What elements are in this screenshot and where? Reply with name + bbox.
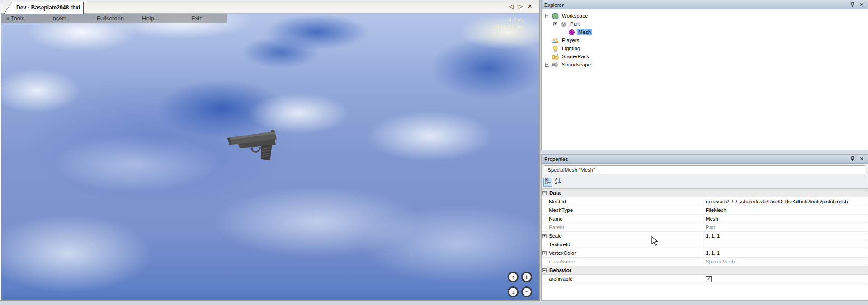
property-row-classname: classNameSpecialMesh [542, 258, 868, 266]
section-label: Data [549, 190, 561, 196]
fps-overlay: 0 fps 2009.91 ms [493, 16, 523, 31]
tab-title: Dev - Baseplate2048.rbxl [16, 5, 80, 11]
properties-title: Properties [544, 156, 568, 162]
zoom-out-icon: − [525, 289, 528, 295]
expand-plus-icon[interactable]: + [545, 14, 549, 18]
tree-item-players[interactable]: Players [542, 36, 868, 44]
fps-value: 0 fps [493, 16, 523, 23]
properties-header: Properties ✕ [542, 155, 868, 164]
menu-item-xtools[interactable]: x Tools [6, 15, 24, 22]
dock-area: Explorer ✕ +Workspace+PartMeshPlayersLig… [541, 0, 868, 301]
selected-object-box[interactable]: SpecialMesh "Mesh" [544, 165, 865, 174]
tree-item-label: StarterPack [561, 53, 590, 60]
tree-item-label: Mesh [577, 29, 592, 35]
explorer-tree: +Workspace+PartMeshPlayersLightingStarte… [542, 9, 868, 150]
tree-item-part[interactable]: +Part [542, 20, 868, 28]
pin-icon[interactable] [849, 2, 856, 8]
zoom-in-icon: + [525, 274, 528, 280]
expand-plus-icon[interactable]: + [542, 251, 547, 255]
pistol-mesh [223, 125, 285, 166]
property-row-meshtype: MeshTypeFileMesh [542, 206, 868, 215]
property-name-label: Name [549, 216, 563, 221]
gutter: − [542, 191, 548, 195]
property-row-parent: ParentPart [542, 223, 868, 232]
tree-item-soundscape[interactable]: +Soundscape [542, 61, 868, 69]
property-value-textureid[interactable] [703, 240, 868, 249]
zoom-in-button[interactable]: + [521, 272, 532, 282]
archivable-checkbox[interactable]: ✓ [706, 276, 712, 282]
menu-item-exit[interactable]: Exit [191, 15, 201, 22]
expand-plus-icon[interactable]: + [545, 63, 549, 67]
tree-item-label: Workspace [561, 13, 589, 19]
tree-item-label: Part [569, 21, 581, 27]
property-value-parent[interactable]: Part [703, 223, 868, 231]
gutter: + [542, 234, 549, 238]
property-name-archivable: archivable [542, 275, 703, 283]
section-label: Behavior [549, 267, 571, 273]
collapse-minus-icon[interactable]: − [542, 268, 547, 272]
sort-alphabetical-button[interactable]: AZ [554, 178, 563, 187]
property-row-meshid: MeshIdrbxasset://../../../shareddata/Ris… [542, 197, 868, 206]
menu-item-insert[interactable]: Insert [51, 15, 66, 22]
property-name-scale: +Scale [542, 232, 703, 240]
prev-tab-icon[interactable]: ◁ [509, 3, 513, 10]
property-value-archivable[interactable]: ✓ [703, 275, 868, 283]
close-tab-icon[interactable]: ✕ [528, 3, 532, 10]
properties-toolbar: AZ [543, 177, 563, 188]
tree-item-starterpack[interactable]: StarterPack [542, 52, 868, 61]
property-row-scale: +Scale1, 1, 1 [542, 232, 868, 240]
dock-separator[interactable] [541, 150, 868, 154]
gutter: − [542, 268, 548, 272]
property-name-label: className [549, 259, 575, 264]
starterpack-icon [552, 53, 559, 60]
property-value-vertexcolor[interactable]: 1, 1, 1 [703, 249, 868, 257]
svg-text:A: A [555, 178, 557, 181]
close-icon[interactable]: ✕ [859, 2, 865, 8]
property-value-scale[interactable]: 1, 1, 1 [703, 232, 868, 240]
property-name-name: Name [542, 215, 703, 223]
categorized-icon [545, 178, 551, 186]
tree-item-label: Players [561, 37, 580, 43]
pan-down-icon: ↓ [512, 289, 515, 295]
tree-item-lighting[interactable]: Lighting [542, 44, 868, 52]
gutter: + [542, 251, 549, 255]
explorer-title: Explorer [544, 2, 564, 8]
collapse-minus-icon[interactable]: − [542, 191, 547, 195]
next-tab-icon[interactable]: ▷ [519, 3, 523, 10]
document-tab[interactable]: Dev - Baseplate2048.rbxl [4, 2, 84, 14]
expand-plus-icon[interactable]: + [542, 234, 547, 238]
property-value-meshtype[interactable]: FileMesh [703, 206, 868, 214]
pin-icon[interactable] [849, 156, 856, 162]
viewport-window: x ToolsInsertFullscreenHelp...Exit 0 fps… [0, 0, 540, 301]
property-value-name[interactable]: Mesh [703, 215, 868, 223]
property-value-classname[interactable]: SpecialMesh [703, 258, 868, 266]
property-name-label: Scale [549, 233, 562, 239]
property-row-name: NameMesh [542, 215, 868, 223]
property-value-meshid[interactable]: rbxasset://../../../shareddata/RiseOfThe… [703, 197, 868, 206]
property-row-archivable: archivable✓ [542, 275, 868, 283]
expand-plus-icon[interactable]: + [553, 22, 557, 26]
pan-down-button[interactable]: ↓ [508, 286, 519, 297]
soundscape-speaker-icon [552, 61, 559, 68]
menu-bar: x ToolsInsertFullscreenHelp...Exit [1, 14, 227, 23]
players-icon [552, 37, 559, 44]
zoom-out-button[interactable]: − [521, 286, 532, 297]
property-name-textureid: TextureId [542, 240, 703, 249]
menu-item-fullscreen[interactable]: Fullscreen [97, 15, 124, 22]
close-icon[interactable]: ✕ [859, 156, 865, 162]
window-bottom-frame [0, 301, 868, 305]
menu-item-help[interactable]: Help... [142, 15, 159, 22]
tree-item-mesh[interactable]: Mesh [542, 28, 868, 36]
categorized-view-button[interactable] [543, 178, 552, 187]
property-name-vertexcolor: +VertexColor [542, 249, 703, 257]
property-name-meshid: MeshId [542, 197, 703, 206]
lighting-bulb-icon [552, 45, 559, 52]
tree-item-workspace[interactable]: +Workspace [542, 12, 868, 20]
property-name-parent: Parent [542, 223, 703, 231]
pan-up-button[interactable]: ↑ [508, 272, 519, 282]
tree-item-label: Lighting [561, 45, 581, 52]
property-name-label: VertexColor [549, 250, 576, 256]
explorer-panel: Explorer ✕ +Workspace+PartMeshPlayersLig… [541, 0, 868, 150]
sort-az-icon: AZ [555, 178, 561, 186]
property-row-vertexcolor: +VertexColor1, 1, 1 [542, 249, 868, 258]
